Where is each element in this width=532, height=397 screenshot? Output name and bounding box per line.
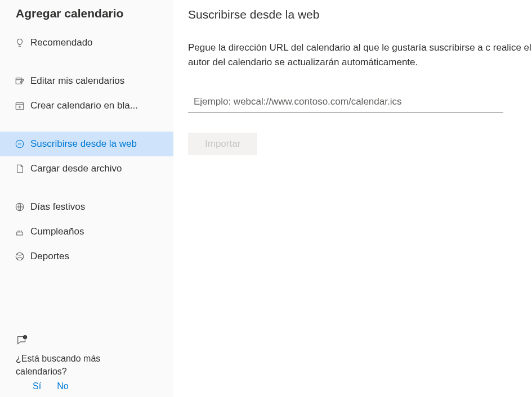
calendar-url-input[interactable] (188, 92, 503, 112)
page-description: Pegue la dirección URL del calendario al… (188, 40, 532, 69)
sidebar-item-birthdays[interactable]: Cumpleaños (0, 219, 173, 244)
sidebar-item-upload-file[interactable]: Cargar desde archivo (0, 156, 173, 181)
feedback-section: ! ¿Está buscando más calendarios? Sí No (0, 335, 173, 397)
sidebar-item-sports[interactable]: Deportes (0, 244, 173, 269)
sidebar-item-label: Deportes (30, 251, 69, 262)
feedback-icon: ! (16, 335, 173, 349)
sidebar-title: Agregar calendario (0, 7, 173, 30)
sidebar-item-holidays[interactable]: Días festivos (0, 195, 173, 219)
sidebar-item-label: Crear calendario en bla... (30, 100, 138, 111)
sidebar: Agregar calendario Recomendado Editar mi… (0, 0, 173, 397)
sidebar-item-subscribe-web[interactable]: Suscribirse desde la web (0, 132, 173, 156)
import-button[interactable]: Importar (188, 133, 257, 155)
sidebar-item-label: Editar mis calendarios (30, 75, 124, 87)
sidebar-item-recommended[interactable]: Recomendado (0, 30, 173, 55)
web-subscribe-icon (15, 139, 30, 149)
lightbulb-icon (15, 38, 30, 48)
cake-icon (15, 227, 30, 237)
sidebar-item-label: Recomendado (30, 37, 93, 48)
feedback-no-link[interactable]: No (57, 381, 68, 391)
sidebar-item-create-blank[interactable]: Crear calendario en bla... (0, 93, 173, 118)
globe-icon (15, 202, 30, 212)
sidebar-item-label: Cumpleaños (30, 226, 84, 237)
sports-icon (15, 251, 30, 261)
main-panel: Suscribirse desde la web Pegue la direcc… (173, 0, 532, 397)
feedback-yes-link[interactable]: Sí (33, 381, 41, 391)
file-icon (15, 164, 30, 174)
edit-calendar-icon (15, 76, 30, 86)
feedback-question: ¿Está buscando más calendarios? (16, 353, 128, 378)
sidebar-item-label: Días festivos (30, 201, 85, 213)
add-calendar-icon (15, 101, 30, 111)
sidebar-item-edit-calendars[interactable]: Editar mis calendarios (0, 69, 173, 93)
svg-point-4 (16, 252, 24, 260)
svg-rect-0 (16, 78, 22, 84)
page-title: Suscribirse desde la web (188, 8, 532, 21)
sidebar-item-label: Suscribirse desde la web (30, 138, 137, 150)
sidebar-item-label: Cargar desde archivo (30, 163, 122, 174)
